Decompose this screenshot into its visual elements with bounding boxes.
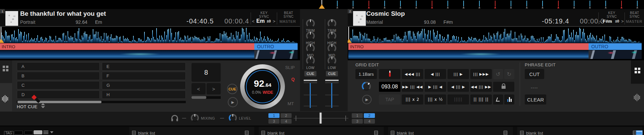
loop-scrollbar-thumb[interactable] xyxy=(191,96,206,99)
bpm-half-button[interactable]: ||| x ½ xyxy=(425,94,446,105)
ch2-cue-button[interactable]: CUE xyxy=(326,71,338,76)
playlist-name[interactable]: blank list xyxy=(397,131,414,135)
headphone-level-knob[interactable] xyxy=(229,114,237,122)
playlist-panel[interactable]: blank list xyxy=(517,127,642,135)
deck1-hp-cue-1[interactable]: 1 xyxy=(268,113,280,118)
grid-move-left-button[interactable]: ◀ ||| xyxy=(425,69,446,79)
grid-move-left-fast-button[interactable]: ◀◀◀ ||| xyxy=(402,69,423,79)
hot-cue-pad-c[interactable]: C xyxy=(17,81,100,89)
grid-bars-display[interactable]: 1.1Bars xyxy=(355,69,377,79)
phrase-cut-button[interactable]: CUT xyxy=(525,69,544,79)
deck2-hp-cue-2[interactable]: 2 xyxy=(364,113,375,118)
deck1-outro-section[interactable]: OUTRO xyxy=(254,43,298,50)
redo-icon[interactable]: ↻ xyxy=(504,69,514,79)
headphone-mixing-knob[interactable] xyxy=(191,114,199,122)
deck2-outro-section[interactable]: OUTRO xyxy=(589,43,642,50)
waveform-view-tile[interactable] xyxy=(0,83,12,111)
deck2-master-button[interactable]: MASTER xyxy=(626,19,642,23)
browser-view-button[interactable] xyxy=(34,130,42,134)
deck1-waveform-zone[interactable]: INTRO OUTRO xyxy=(0,27,300,60)
deck1-key-prev-button[interactable]: < xyxy=(252,19,255,24)
waveform-view-icon[interactable] xyxy=(634,94,640,101)
undo-icon[interactable]: ↺ xyxy=(493,69,503,79)
browser-button[interactable] xyxy=(24,131,33,135)
deck1-beat-sync-button[interactable]: BEAT xyxy=(278,11,299,15)
page-icon[interactable] xyxy=(504,131,507,135)
page-icon[interactable] xyxy=(374,131,378,135)
grid-shrink-button[interactable]: ▶ ||| ◀ xyxy=(425,82,446,92)
deck2-key-value[interactable]: F#m xyxy=(603,19,612,24)
ch1-fader-handle[interactable] xyxy=(304,80,317,83)
ch1-cue-button[interactable]: CUE xyxy=(304,71,316,76)
slip-mode-button[interactable]: SLIP xyxy=(285,65,295,70)
ch2-fader-handle[interactable] xyxy=(325,80,339,83)
playlist-name[interactable]: blank list xyxy=(526,131,543,135)
deck2-beat-sync-button[interactable]: SYNC xyxy=(625,15,644,18)
master-tempo-button[interactable]: MT xyxy=(288,101,294,106)
tap-button[interactable]: TAP xyxy=(379,94,400,105)
deck1-hp-cue-3[interactable]: 3 xyxy=(268,119,280,124)
grid-move-right-button[interactable]: ||| ▶ xyxy=(447,69,469,79)
cue-button[interactable]: CUE xyxy=(227,84,238,94)
hot-cue-pad-g[interactable]: G xyxy=(102,81,186,89)
deck2-key-next-button[interactable]: > xyxy=(621,19,624,24)
deck2-hp-cue-3[interactable]: 3 xyxy=(352,119,363,124)
quantize-button[interactable]: Q xyxy=(291,77,295,82)
jog-wheel[interactable]: 92.64 0.0% WIDE xyxy=(240,64,285,109)
ch2-trim-knob[interactable] xyxy=(328,19,336,28)
deck2-intro-section[interactable]: INTRO xyxy=(348,43,589,50)
page-icon[interactable] xyxy=(245,131,249,135)
deck2-key-prev-button[interactable]: < xyxy=(599,19,602,24)
ch1-low-knob[interactable] xyxy=(306,56,315,65)
loop-length-display[interactable]: 8 xyxy=(191,63,221,82)
deck1-hp-cue-2[interactable]: 2 xyxy=(281,113,292,118)
pad-scrollbar-thumb[interactable] xyxy=(17,101,101,103)
table-view-icon[interactable] xyxy=(636,130,643,135)
playlist-panel[interactable]: blank list xyxy=(129,127,254,135)
deck1-hp-cue-4[interactable]: 4 xyxy=(281,119,292,124)
grid-play-button[interactable]: ▶ xyxy=(362,95,372,104)
deck1-key-next-button[interactable]: > xyxy=(273,19,275,24)
ch2-mid-knob[interactable] xyxy=(328,44,336,53)
ch2-high-knob[interactable] xyxy=(328,31,336,40)
grid-snap-button[interactable]: ||||| xyxy=(447,94,469,105)
ch2-low-knob[interactable] xyxy=(328,56,336,65)
deck2-hp-cue-1[interactable]: 1 xyxy=(352,113,363,118)
ch1-high-knob[interactable] xyxy=(306,31,315,40)
playlist-panel[interactable]: blank list xyxy=(388,127,513,135)
grid-marker-button[interactable]: || ||| || xyxy=(470,94,492,105)
grid-adjust-knob[interactable] xyxy=(362,82,371,91)
deck1-beat-sync-button[interactable]: SYNC xyxy=(278,15,299,18)
pad-mode-selector[interactable] xyxy=(41,103,45,108)
hot-cue-pad-b[interactable]: B xyxy=(17,72,100,80)
ch2-fader-track[interactable] xyxy=(331,83,332,108)
hot-cue-pad-f[interactable]: F xyxy=(102,72,186,80)
grid-expand-button[interactable]: ◀ ||| ▶ xyxy=(447,82,469,92)
grid-move-right-fast-button[interactable]: ||| ▶▶▶ xyxy=(470,69,492,79)
list-view-icon[interactable] xyxy=(43,131,48,134)
deck2-waveform-zone[interactable]: INTRO OUTRO xyxy=(348,27,644,60)
grid-bpm-display[interactable]: 093.08 xyxy=(379,82,400,92)
playlist-name[interactable]: blank list xyxy=(267,131,285,135)
deck2-pad-view-tile[interactable] xyxy=(631,60,644,84)
deck1-intro-section[interactable]: INTRO xyxy=(0,43,254,50)
crossfader-handle[interactable] xyxy=(319,113,322,124)
grid-shrink-fast-button[interactable]: ▶▶ ||| ◀◀ xyxy=(402,82,423,92)
grid-expand-fast-button[interactable]: ◀◀ ||| ▶▶ xyxy=(470,82,492,92)
phrase-clear-button[interactable]: CLEAR xyxy=(525,94,546,105)
deck1-master-button[interactable]: MASTER xyxy=(280,19,296,23)
loop-double-button[interactable]: > xyxy=(207,83,221,94)
playlist-panel[interactable]: blank list xyxy=(259,127,384,135)
hot-cue-pad-e[interactable]: E xyxy=(102,62,186,71)
hot-cue-pad-h[interactable]: H xyxy=(102,90,186,99)
ch1-fader-track[interactable] xyxy=(310,83,311,108)
deck1-waveform[interactable] xyxy=(0,27,298,43)
tag-filter-button[interactable]: TAG xyxy=(4,131,13,135)
browser-button[interactable] xyxy=(14,131,23,135)
playlist-name[interactable]: blank list xyxy=(138,131,155,135)
metronome-volume-button[interactable] xyxy=(504,94,514,105)
bpm-double-button[interactable]: ||| x 2 xyxy=(402,94,423,105)
grid-lock-button[interactable] xyxy=(493,82,514,92)
deck2-waveform[interactable] xyxy=(348,27,642,43)
pad-view-icon[interactable] xyxy=(3,66,8,71)
